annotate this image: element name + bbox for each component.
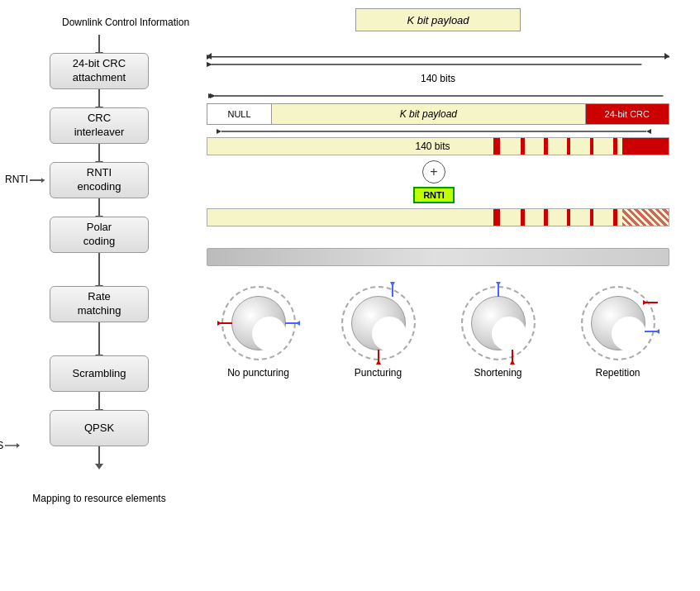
no-puncturing-blue-arrow <box>283 319 300 327</box>
qpsk-label: QPSK <box>84 422 114 436</box>
arrow-polar-to-rate <box>98 253 100 286</box>
bits-140-label: 140 bits <box>421 73 455 84</box>
bits-row <box>207 59 669 70</box>
flowchart: Downlink Control Information 24-bit CRCa… <box>17 17 182 504</box>
no-puncturing-red-arrow <box>217 319 234 327</box>
svg-marker-23 <box>496 282 501 286</box>
shortening-item: Shortening <box>449 286 548 379</box>
svg-marker-31 <box>217 129 221 134</box>
payload-bar: NULL K bit payload 24-bit CRC <box>207 103 669 125</box>
rnti-text: RNTI <box>5 174 28 187</box>
k-bit-box: K bit payload <box>355 8 521 31</box>
puncturing-label: Puncturing <box>355 367 402 379</box>
no-puncturing-label: No puncturing <box>227 367 289 379</box>
rnti-box: RNTI <box>413 187 455 203</box>
repetition-wrapper <box>581 286 655 360</box>
scrambling-label: Scrambling <box>72 367 126 381</box>
payload-bar-wrapper: NULL K bit payload 24-bit CRC <box>207 91 669 125</box>
puncturing-wrapper <box>341 286 416 360</box>
bottom-area: DM-RS <box>17 465 182 489</box>
null-label: NULL <box>227 109 250 119</box>
arrow-to-crc <box>98 35 100 53</box>
double-arrow-svg <box>208 91 668 101</box>
k-bit-label: K bit payload <box>407 14 469 26</box>
polar-coding-box: Polarcoding <box>50 217 149 253</box>
crc-label: 24-bit CRC <box>605 109 650 119</box>
page-container: Downlink Control Information 24-bit CRCa… <box>0 0 700 591</box>
svg-marker-1 <box>41 179 45 183</box>
crc-interleaver-box: CRCinterleaver <box>50 107 149 144</box>
shortening-hole <box>492 317 526 351</box>
right-panel: K bit payload 140 b <box>190 8 686 379</box>
no-puncturing-wrapper <box>221 286 296 360</box>
plus-symbol: + <box>430 164 437 179</box>
rnti-encoding-box: RNTI RNTIencoding <box>50 162 149 198</box>
svg-marker-25 <box>510 360 515 365</box>
puncturing-item: Puncturing <box>329 286 428 379</box>
repetition-label: Repetition <box>595 367 640 379</box>
circles-row: No puncturing <box>190 286 686 379</box>
bits-double-arrow-overlay: 140 bits <box>215 126 650 152</box>
double-arrow-row <box>207 91 669 101</box>
shortening-red-arrow <box>504 348 521 365</box>
double-arrow-main <box>215 126 653 137</box>
svg-marker-19 <box>390 282 395 287</box>
rnti-red-6 <box>613 209 617 226</box>
no-puncturing-inner <box>231 296 286 350</box>
rnti-red-5 <box>590 209 593 226</box>
mapping-label: Mapping to resource elements <box>17 493 182 504</box>
rnti-encoded-bar <box>207 208 669 226</box>
shortening-label: Shortening <box>474 367 521 379</box>
dm-rs-label: DM-RS <box>0 440 21 451</box>
plus-circle: + <box>422 160 445 183</box>
svg-marker-32 <box>646 129 651 134</box>
k-bit-section: K bit payload <box>190 8 686 31</box>
no-puncturing-item: No puncturing <box>209 286 308 379</box>
rnti-bar-bg <box>207 209 669 226</box>
arrow-crc-to-interleaver <box>98 89 100 107</box>
dci-label: Downlink Control Information <box>62 17 182 28</box>
k-payload-label: K bit payload <box>400 108 457 120</box>
arrow-qpsk-to-mapping <box>98 446 100 465</box>
null-section: NULL <box>207 104 272 124</box>
svg-marker-27 <box>643 300 647 305</box>
arrow-scrambling-to-qpsk <box>98 392 100 410</box>
polar-bar <box>207 248 669 266</box>
svg-marker-3 <box>17 443 20 448</box>
rnti-red-1 <box>493 209 500 226</box>
puncturing-red-arrow <box>370 348 387 365</box>
repetition-blue-arrow <box>643 323 660 340</box>
polar-bar-section <box>190 236 686 278</box>
bits-section: 140 bits NULL <box>190 56 686 125</box>
svg-marker-15 <box>217 321 221 326</box>
repetition-hole <box>612 317 646 351</box>
rate-matching-box: Ratematching <box>50 286 149 322</box>
rnti-red-4 <box>567 209 570 226</box>
crc-attach-label: 24-bit CRCattachment <box>73 57 126 85</box>
rate-matching-label: Ratematching <box>78 290 121 318</box>
rnti-red-2 <box>521 209 525 226</box>
svg-marker-17 <box>296 321 300 326</box>
puncturing-hole <box>372 317 407 351</box>
shortening-inner <box>471 296 526 350</box>
bits-140-overlay: 140 bits <box>215 141 650 152</box>
repetition-inner <box>591 296 645 350</box>
rnti-box-label: RNTI <box>423 190 445 200</box>
crc-interleaver-label: CRCinterleaver <box>74 112 125 140</box>
repetition-item: Repetition <box>569 286 668 379</box>
rnti-bar-wrapper <box>198 208 678 226</box>
qpsk-box: QPSK <box>50 410 149 446</box>
arrow-rate-to-scrambling <box>98 322 100 355</box>
crc-attach-box: 24-bit CRCattachment <box>50 53 149 89</box>
no-puncturing-hole <box>252 317 287 351</box>
crc-section: 24-bit CRC <box>586 104 669 124</box>
shortening-wrapper <box>461 286 536 360</box>
hatched-end <box>622 209 669 226</box>
rnti-plus-section: + RNTI <box>198 157 678 208</box>
rnti-encoding-label: RNTIencoding <box>78 166 121 194</box>
arrow-interleaver-to-rnti <box>98 144 100 162</box>
shortening-blue-arrow <box>490 282 507 298</box>
polar-coding-label: Polarcoding <box>83 221 115 249</box>
repetition-red-arrow <box>643 294 660 311</box>
svg-marker-5 <box>207 55 212 60</box>
